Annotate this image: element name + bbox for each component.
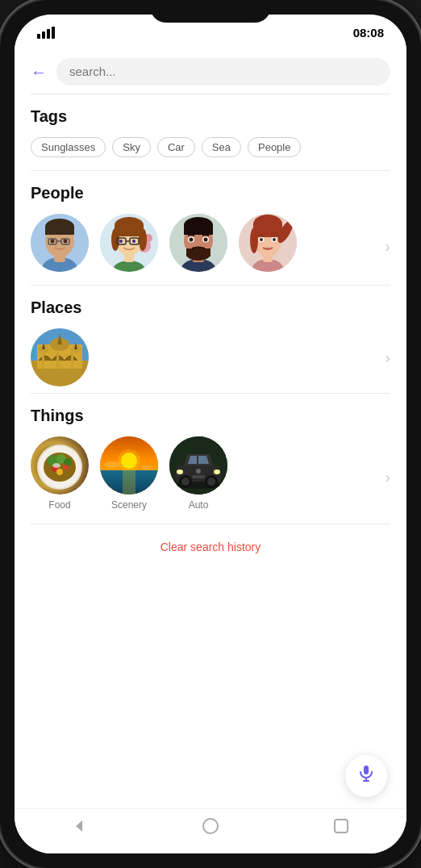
tag-chip-car[interactable]: Car (157, 137, 195, 157)
people-section: People (15, 171, 406, 285)
svg-point-10 (64, 240, 68, 244)
avatar-person-4[interactable] (239, 214, 297, 272)
people-row-container: › (31, 214, 390, 278)
notch (150, 0, 271, 23)
svg-point-80 (140, 465, 153, 469)
screen-content: Tags Sunglasses Sky Car Sea People Peopl… (15, 94, 406, 808)
places-section: Places (15, 286, 406, 393)
places-title: Places (31, 298, 390, 317)
svg-marker-95 (76, 820, 82, 832)
avatar-person-2[interactable] (100, 214, 158, 272)
things-chevron-icon[interactable]: › (385, 468, 390, 486)
scenery-label: Scenery (111, 499, 147, 511)
search-input-wrap[interactable] (56, 58, 390, 86)
svg-point-71 (64, 465, 69, 469)
auto-label: Auto (189, 499, 209, 511)
food-label: Food (48, 499, 70, 511)
search-input[interactable] (69, 65, 377, 78)
tag-chip-sunglasses[interactable]: Sunglasses (31, 137, 106, 157)
svg-rect-59 (56, 353, 59, 369)
tag-chip-sea[interactable]: Sea (202, 137, 241, 157)
svg-point-51 (273, 238, 276, 241)
svg-point-26 (119, 240, 123, 243)
svg-point-73 (52, 463, 60, 468)
places-row-container: › (31, 328, 390, 386)
avatar-person-3[interactable] (169, 214, 227, 272)
signal-icon (37, 27, 55, 39)
place-venice[interactable] (31, 328, 89, 386)
svg-point-38 (190, 238, 194, 242)
places-chevron-icon[interactable]: › (385, 348, 390, 367)
people-row (31, 214, 297, 278)
thing-food[interactable]: Food (31, 436, 89, 511)
svg-rect-33 (184, 225, 213, 235)
nav-back-button[interactable] (71, 817, 89, 839)
avatar-person-1[interactable] (31, 214, 89, 272)
things-title: Things (31, 407, 390, 425)
svg-point-91 (196, 469, 201, 474)
svg-point-76 (118, 449, 140, 472)
svg-point-72 (56, 469, 63, 475)
scenery-image (100, 436, 158, 495)
svg-point-85 (214, 469, 220, 474)
svg-point-84 (177, 469, 183, 474)
svg-point-22 (139, 228, 147, 251)
svg-point-96 (203, 819, 218, 833)
food-image (31, 436, 89, 495)
svg-point-46 (250, 227, 258, 253)
svg-point-87 (181, 478, 190, 486)
auto-image (169, 436, 227, 495)
svg-rect-60 (71, 353, 73, 369)
people-title: People (31, 184, 390, 202)
mic-icon (356, 764, 376, 788)
tags-row: Sunglasses Sky Car Sea People (31, 137, 390, 164)
svg-point-39 (204, 238, 208, 242)
status-time: 08:08 (353, 26, 384, 40)
thing-scenery[interactable]: Scenery (100, 436, 158, 511)
svg-rect-58 (42, 353, 44, 369)
things-section: Things (15, 394, 406, 524)
svg-rect-6 (45, 227, 74, 235)
tags-section: Tags Sunglasses Sky Car Sea People (15, 94, 406, 170)
mic-button[interactable] (345, 755, 387, 797)
people-chevron-icon[interactable]: › (385, 237, 390, 256)
tag-chip-people[interactable]: People (248, 137, 301, 157)
things-row-container: Food (31, 436, 390, 517)
nav-recent-button[interactable] (332, 817, 350, 839)
svg-rect-35 (186, 248, 210, 257)
svg-point-89 (207, 478, 215, 486)
things-row: Food (31, 436, 227, 517)
svg-rect-97 (335, 820, 348, 833)
thing-auto[interactable]: Auto (169, 436, 227, 511)
svg-point-50 (260, 238, 263, 241)
tag-chip-sky[interactable]: Sky (112, 137, 151, 157)
svg-rect-78 (123, 470, 135, 495)
phone-frame: 08:08 ← Tags Sunglasses Sky Car Sea Peop… (0, 0, 421, 868)
svg-point-9 (51, 240, 55, 244)
svg-point-79 (104, 461, 120, 468)
svg-rect-90 (192, 475, 205, 478)
svg-point-21 (111, 228, 119, 251)
nav-home-button[interactable] (202, 817, 219, 839)
tags-title: Tags (31, 107, 390, 126)
back-button[interactable]: ← (31, 63, 47, 81)
search-bar: ← (15, 50, 406, 94)
svg-rect-92 (364, 766, 369, 774)
clear-history-button[interactable]: Clear search history (15, 524, 406, 570)
svg-point-27 (132, 240, 135, 243)
bottom-nav (15, 808, 406, 853)
phone-screen: 08:08 ← Tags Sunglasses Sky Car Sea Peop… (15, 15, 406, 853)
